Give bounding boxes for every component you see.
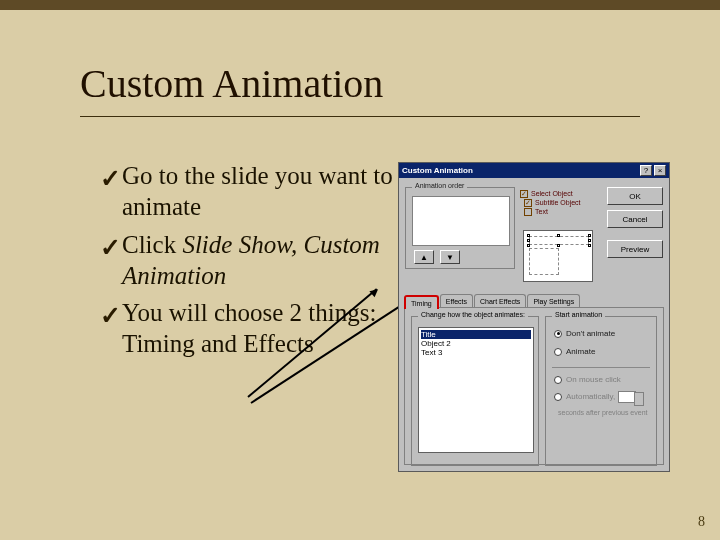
- tab-strip: Timing Effects Chart Effects Play Settin…: [404, 294, 581, 308]
- radio-animate[interactable]: Animate: [554, 347, 595, 356]
- dialog-title: Custom Animation: [402, 166, 638, 175]
- tab-effects[interactable]: Effects: [440, 294, 473, 308]
- slide-heading: Custom Animation: [80, 60, 383, 107]
- object-listbox[interactable]: Title Object 2 Text 3: [418, 327, 534, 453]
- checklist-label: Select Object: [531, 190, 573, 197]
- slide-preview-thumb: [523, 230, 593, 282]
- object-checklist: ✓ Select Object ✓ Subtitle Object Text: [520, 190, 598, 217]
- list-item[interactable]: Object 2: [421, 339, 531, 348]
- bullet-3-text: You will choose 2 things: Timing and Eff…: [122, 297, 400, 360]
- page-number: 8: [698, 514, 705, 530]
- radio-label: On mouse click: [566, 375, 621, 384]
- checklist-item-3[interactable]: Text: [524, 208, 598, 216]
- animation-order-group: Animation order ▲ ▼: [405, 187, 515, 269]
- list-item[interactable]: Text 3: [421, 348, 531, 357]
- checkbox-icon[interactable]: ✓: [524, 199, 532, 207]
- heading-underline: [80, 116, 640, 117]
- seconds-spinner[interactable]: [618, 391, 636, 403]
- list-item[interactable]: Title: [421, 330, 531, 339]
- radio-icon: [554, 348, 562, 356]
- check-icon: ✓: [100, 160, 122, 223]
- animation-order-list[interactable]: [412, 196, 510, 246]
- move-up-button[interactable]: ▲: [414, 250, 434, 264]
- ok-button[interactable]: OK: [607, 187, 663, 205]
- radio-on-mouse-click[interactable]: On mouse click: [554, 375, 621, 384]
- checklist-label: Text: [535, 208, 548, 215]
- object-list-group: Change how the object animates: Title Ob…: [411, 316, 539, 466]
- radio-label: Don't animate: [566, 329, 615, 338]
- close-button[interactable]: ×: [654, 165, 666, 176]
- radio-automatically[interactable]: Automatically,: [554, 392, 615, 401]
- move-down-button[interactable]: ▼: [440, 250, 460, 264]
- bullet-1: ✓ Go to the slide you want to animate: [100, 160, 400, 223]
- cancel-button[interactable]: Cancel: [607, 210, 663, 228]
- radio-label: Automatically,: [566, 392, 615, 401]
- radio-dont-animate[interactable]: Don't animate: [554, 329, 615, 338]
- tab-pane-timing: Change how the object animates: Title Ob…: [404, 307, 664, 465]
- animation-order-label: Animation order: [412, 182, 467, 189]
- dialog-titlebar[interactable]: Custom Animation ? ×: [399, 163, 669, 178]
- tab-chart-effects[interactable]: Chart Effects: [474, 294, 526, 308]
- slide-top-band: [0, 0, 720, 10]
- slide: Custom Animation ✓ Go to the slide you w…: [0, 10, 720, 540]
- object-list-label: Change how the object animates:: [418, 311, 528, 318]
- custom-animation-dialog: Custom Animation ? × Animation order ▲ ▼…: [398, 162, 670, 472]
- bullet-2-pre: Click: [122, 231, 182, 258]
- start-animation-label: Start animation: [552, 311, 605, 318]
- check-icon: ✓: [100, 297, 122, 360]
- checklist-item-2[interactable]: ✓ Subtitle Object: [524, 199, 598, 207]
- separator: [552, 367, 650, 368]
- checkbox-icon[interactable]: [524, 208, 532, 216]
- check-icon: ✓: [100, 229, 122, 292]
- bullet-2-text: Click Slide Show, Custom Animation: [122, 229, 400, 292]
- radio-icon: [554, 376, 562, 384]
- radio-icon: [554, 330, 562, 338]
- tab-play-settings[interactable]: Play Settings: [527, 294, 580, 308]
- bullet-1-text: Go to the slide you want to animate: [122, 160, 400, 223]
- radio-label: Animate: [566, 347, 595, 356]
- bullet-2: ✓ Click Slide Show, Custom Animation: [100, 229, 400, 292]
- radio-icon: [554, 393, 562, 401]
- tab-timing[interactable]: Timing: [404, 295, 439, 309]
- checklist-label: Subtitle Object: [535, 199, 581, 206]
- preview-button[interactable]: Preview: [607, 240, 663, 258]
- start-animation-group: Start animation Don't animate Animate On…: [545, 316, 657, 466]
- checklist-item-1[interactable]: ✓ Select Object: [520, 190, 598, 198]
- seconds-label: seconds after previous event: [558, 409, 648, 417]
- dialog-body: Animation order ▲ ▼ ✓ Select Object ✓ Su…: [399, 178, 669, 471]
- help-button[interactable]: ?: [640, 165, 652, 176]
- checkbox-icon[interactable]: ✓: [520, 190, 528, 198]
